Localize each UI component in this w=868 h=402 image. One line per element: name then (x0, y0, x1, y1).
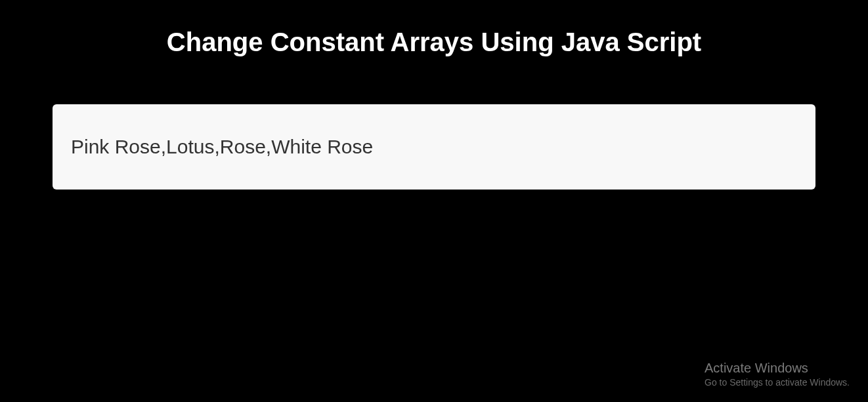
output-panel: Pink Rose,Lotus,Rose,White Rose (53, 104, 815, 190)
watermark-subtitle: Go to Settings to activate Windows. (705, 377, 850, 388)
output-text: Pink Rose,Lotus,Rose,White Rose (71, 136, 797, 158)
activate-windows-watermark: Activate Windows Go to Settings to activ… (705, 361, 850, 388)
watermark-title: Activate Windows (705, 361, 850, 376)
page-title: Change Constant Arrays Using Java Script (0, 0, 868, 57)
